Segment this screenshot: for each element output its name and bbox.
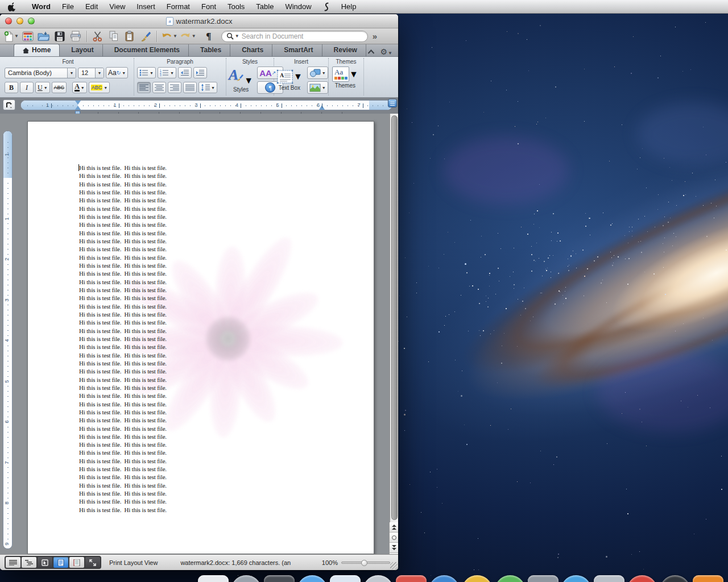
dock-icon[interactable] (429, 575, 460, 582)
ribbon-tab[interactable]: Review (322, 44, 366, 56)
draft-view-button[interactable] (6, 557, 20, 568)
align-right-button[interactable] (168, 82, 181, 93)
horizontal-ruler[interactable]: 12345671 (20, 100, 392, 110)
search-icon[interactable]: ▼ (226, 32, 239, 40)
ribbon-settings-gear-icon[interactable]: ⚙▼ (380, 47, 392, 56)
menu-item-word[interactable]: Word (26, 0, 56, 14)
publishing-layout-view-button[interactable] (38, 557, 52, 568)
menu-item[interactable]: Font (196, 0, 222, 14)
dock-icon[interactable] (264, 575, 295, 582)
show-formatting-marks-button[interactable]: ¶ (202, 30, 216, 43)
dock-icon[interactable] (198, 575, 229, 582)
zoom-slider[interactable] (341, 562, 390, 564)
ribbon-tab[interactable]: Home (14, 44, 60, 56)
insert-shape-button[interactable]: ▼ (307, 66, 328, 79)
view-mode-label[interactable]: Print Layout View (109, 559, 158, 566)
previous-page-button[interactable] (390, 522, 398, 533)
ruler-options-button[interactable] (388, 99, 397, 107)
menu-item[interactable]: Tools (222, 0, 250, 14)
menu-item[interactable]: Edit (80, 0, 104, 14)
dock-icon[interactable] (231, 575, 262, 582)
dock-icon[interactable] (396, 575, 427, 582)
document-text[interactable]: Hi this is test file. Hi this is test fi… (79, 164, 167, 514)
dock-icon[interactable] (462, 575, 493, 582)
save-button[interactable] (53, 30, 67, 43)
collapse-ribbon-button[interactable] (367, 49, 375, 54)
ribbon-tab[interactable]: Document Elements (103, 44, 189, 56)
increase-indent-button[interactable] (193, 67, 207, 78)
dock-icon[interactable] (297, 575, 328, 582)
line-spacing-button[interactable]: ▼ (198, 82, 217, 93)
dock-icon[interactable] (330, 575, 361, 582)
ribbon-tab[interactable]: SmartArt (272, 44, 322, 56)
menu-item-help[interactable]: Help (336, 0, 362, 14)
document-proxy-icon[interactable]: a (166, 17, 173, 26)
select-browse-object-button[interactable] (390, 533, 398, 543)
font-name-select[interactable]: Cambria (Body)▼ (5, 68, 76, 78)
change-case-button[interactable]: Aa↻▼ (106, 67, 128, 78)
dock-icon[interactable] (528, 575, 559, 582)
insert-picture-button[interactable]: ▼ (307, 81, 328, 94)
dock-icon[interactable] (495, 575, 526, 582)
undo-button[interactable]: ▼ (161, 30, 177, 43)
zoom-percentage[interactable]: 100% (322, 559, 338, 566)
open-button[interactable] (37, 30, 51, 43)
window-title-bar[interactable]: a watermark2.docx (0, 14, 398, 28)
font-color-button[interactable]: A▼ (72, 82, 87, 93)
print-layout-view-button[interactable] (53, 557, 68, 568)
menu-item[interactable]: Window (279, 0, 317, 14)
numbered-list-button[interactable]: 123▼ (158, 67, 176, 78)
document-page[interactable]: Hi this is test file. Hi this is test fi… (27, 121, 374, 554)
tab-selector-button[interactable] (3, 99, 15, 110)
italic-button[interactable]: I (20, 82, 34, 93)
menu-item[interactable]: Format (161, 0, 196, 14)
dock-icon[interactable] (693, 575, 723, 582)
script-menu-icon[interactable] (317, 2, 336, 11)
dock-icon[interactable] (660, 575, 690, 582)
align-left-button[interactable] (137, 82, 151, 93)
menu-item[interactable]: Insert (131, 0, 161, 14)
search-input[interactable]: ▼ Search in Document (221, 31, 368, 42)
scrollbar-thumb[interactable] (391, 115, 398, 520)
themes-button[interactable]: Aa ▼ Themes (332, 66, 358, 89)
apple-menu-icon[interactable] (8, 2, 16, 11)
dock-icon[interactable] (363, 575, 394, 582)
new-document-button[interactable]: ▼ (3, 30, 19, 43)
document-info[interactable]: watermark2.docx: 1,669 characters. (an (180, 559, 291, 566)
first-line-indent-marker[interactable] (75, 101, 81, 105)
ribbon-tab[interactable]: Layout (60, 44, 102, 56)
vertical-scrollbar[interactable] (390, 114, 398, 537)
strikethrough-button[interactable]: ABC (52, 82, 67, 93)
ribbon-tab[interactable]: Tables (189, 44, 230, 56)
window-resize-grip[interactable] (390, 562, 398, 569)
more-toolbar-items-button[interactable]: » (373, 31, 377, 41)
dock-icon[interactable] (561, 575, 592, 582)
text-box-button[interactable]: A ▼ Text Box (276, 69, 303, 91)
styles-button[interactable]: A ▼ Styles (229, 68, 253, 93)
outline-view-button[interactable] (22, 557, 36, 568)
dock-icon[interactable] (627, 575, 657, 582)
vertical-ruler[interactable]: 1234567891 (3, 131, 13, 549)
format-painter-icon[interactable] (139, 30, 152, 43)
underline-button[interactable]: U▼ (35, 82, 50, 93)
bulleted-list-button[interactable]: ▼ (137, 67, 156, 78)
next-page-button[interactable] (390, 543, 398, 553)
full-screen-button[interactable] (85, 557, 100, 568)
dock-icon[interactable] (594, 575, 624, 582)
print-button[interactable] (69, 30, 82, 43)
menu-item[interactable]: Table (250, 0, 279, 14)
highlight-button[interactable]: ABC▼ (89, 82, 110, 93)
menu-item[interactable]: View (104, 0, 131, 14)
show-gallery-button[interactable] (21, 30, 35, 43)
zoom-slider-knob[interactable] (361, 560, 367, 566)
redo-button[interactable]: ▼ (180, 30, 196, 43)
ribbon-tab[interactable]: Charts (230, 44, 272, 56)
bold-button[interactable]: B (5, 82, 18, 93)
justify-button[interactable] (183, 82, 197, 93)
menu-item[interactable]: File (56, 0, 80, 14)
hanging-indent-marker[interactable] (75, 106, 81, 110)
font-size-select[interactable]: 12▼ (78, 68, 104, 78)
cut-icon[interactable] (91, 30, 105, 43)
decrease-indent-button[interactable] (178, 67, 192, 78)
align-center-button[interactable] (152, 82, 166, 93)
